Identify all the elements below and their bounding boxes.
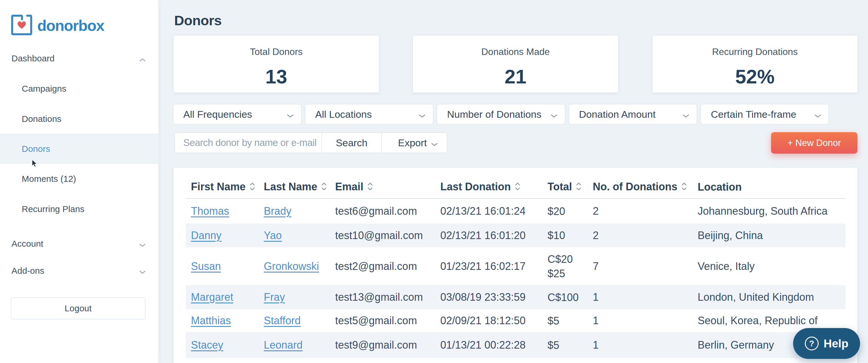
logout-button[interactable]: Logout — [11, 298, 146, 319]
chevron-down-icon — [814, 109, 821, 120]
stat-label: Recurring Donations — [712, 47, 798, 57]
stat-label: Donations Made — [481, 47, 550, 57]
donor-last-donation: 01/13/21 00:22:28 — [435, 332, 542, 358]
donor-email: test9@gmail.com — [330, 332, 435, 358]
donor-count: 2 — [587, 199, 692, 223]
stat-value: 52% — [735, 66, 775, 87]
column-header-total[interactable]: Total — [542, 168, 587, 199]
column-header-location[interactable]: Location — [692, 168, 845, 199]
sort-icon[interactable] — [681, 181, 687, 193]
search-bar: Search Export — [175, 132, 447, 153]
table-row: Susan Gronkowski test2@gmail.com 01/23/2… — [186, 247, 845, 285]
donorbox-donors-page: donorbox Dashboard Campaigns Donations D… — [0, 0, 868, 363]
chevron-down-icon — [287, 109, 293, 120]
donor-last-donation: 02/13/21 16:01:24 — [435, 199, 542, 223]
donor-last-donation: 02/13/21 16:01:20 — [435, 223, 542, 247]
export-button[interactable]: Export — [381, 133, 446, 153]
donors-table: First Name Last Name Email Last Donation… — [186, 168, 845, 358]
column-header-email[interactable]: Email — [330, 168, 435, 199]
donor-location: Venice, Italy — [692, 247, 845, 285]
donor-count: 2 — [587, 223, 692, 247]
donor-total: $10 — [542, 223, 587, 247]
donor-last-name-link[interactable]: Fray — [264, 291, 285, 303]
sidebar-item-moments[interactable]: Moments (12) — [0, 174, 159, 184]
logo-text: donorbox — [37, 17, 104, 34]
chevron-down-icon — [551, 109, 557, 120]
donor-email: test2@gmail.com — [330, 247, 435, 285]
stat-card-recurring-donations: Recurring Donations 52% — [652, 35, 858, 92]
sidebar-item-add-ons[interactable]: Add-ons — [0, 266, 159, 276]
donor-last-name-link[interactable]: Gronkowski — [264, 260, 319, 272]
donorbox-logo[interactable]: donorbox — [11, 15, 104, 36]
chevron-down-icon — [419, 109, 425, 120]
chevron-down-icon — [140, 239, 146, 249]
donor-location: Johannesburg, South Africa — [692, 199, 845, 223]
column-header-last-name[interactable]: Last Name — [258, 168, 330, 199]
search-input[interactable] — [175, 133, 322, 153]
sort-icon[interactable] — [576, 181, 582, 193]
table-row: Thomas Brady test6@gmail.com 02/13/21 16… — [186, 199, 845, 223]
filter-locations-select[interactable]: All Locations — [305, 104, 433, 124]
donor-last-donation: 03/08/19 23:33:59 — [435, 285, 542, 309]
donor-first-name-link[interactable]: Danny — [191, 230, 221, 241]
donor-last-name-link[interactable]: Stafford — [264, 314, 301, 327]
donor-total: $5 — [542, 332, 587, 358]
new-donor-button[interactable]: + New Donor — [771, 132, 858, 154]
donor-total: $20 — [542, 199, 587, 223]
donor-email: test10@gmail.com — [330, 223, 435, 247]
donor-email: test6@gmail.com — [330, 199, 435, 223]
sidebar-item-campaigns[interactable]: Campaigns — [0, 84, 159, 94]
column-header-last-donation[interactable]: Last Donation — [435, 168, 542, 199]
filter-frequencies-select[interactable]: All Frequencies — [173, 104, 301, 124]
donor-first-name-link[interactable]: Stacey — [191, 339, 223, 351]
sidebar-item-account[interactable]: Account — [0, 239, 159, 249]
stat-label: Total Donors — [250, 47, 303, 57]
chevron-down-icon — [683, 109, 689, 120]
donorbox-box-heart-icon — [11, 15, 32, 36]
main-content: Donors Total Donors 13 Donations Made 21… — [159, 0, 868, 363]
donor-total: C$100 — [542, 285, 587, 309]
donor-location: Beijing, China — [692, 223, 845, 247]
sidebar-item-dashboard[interactable]: Dashboard — [0, 54, 159, 63]
column-header-no-of-donations[interactable]: No. of Donations — [587, 168, 692, 199]
help-button[interactable]: ? Help — [793, 328, 860, 359]
sidebar-item-recurring-plans[interactable]: Recurring Plans — [0, 204, 159, 214]
donor-last-donation: 01/23/21 16:02:17 — [435, 247, 542, 285]
sidebar-item-donations[interactable]: Donations — [0, 114, 159, 124]
donor-last-name-link[interactable]: Brady — [264, 205, 291, 217]
sort-icon[interactable] — [367, 181, 373, 193]
chevron-up-icon — [140, 54, 146, 63]
question-mark-icon: ? — [805, 337, 819, 351]
filter-donation-amount-select[interactable]: Donation Amount — [569, 104, 697, 124]
sort-icon[interactable] — [321, 181, 327, 193]
table-header-row: First Name Last Name Email Last Donation… — [186, 168, 845, 199]
donor-email: test5@gmail.com — [330, 309, 435, 332]
sort-icon[interactable] — [249, 181, 255, 193]
donor-first-name-link[interactable]: Margaret — [191, 291, 233, 303]
sidebar-item-donors[interactable]: Donors — [0, 144, 159, 154]
donor-total: C$20 $25 — [542, 247, 587, 285]
stat-card-total-donors: Total Donors 13 — [174, 35, 379, 92]
filter-time-frame-select[interactable]: Certain Time-frame — [701, 104, 829, 124]
chevron-down-icon — [431, 137, 438, 149]
donor-first-name-link[interactable]: Matthias — [191, 314, 231, 327]
search-button[interactable]: Search — [322, 133, 381, 153]
page-title: Donors — [174, 12, 222, 29]
donor-count: 1 — [587, 285, 692, 309]
donor-first-name-link[interactable]: Thomas — [191, 205, 229, 217]
sidebar: donorbox Dashboard Campaigns Donations D… — [0, 0, 159, 363]
table-row: Margaret Fray test13@gmail.com 03/08/19 … — [186, 285, 845, 309]
donor-count: 1 — [587, 332, 692, 358]
stat-value: 13 — [265, 66, 287, 87]
donor-last-name-link[interactable]: Leonard — [264, 339, 303, 351]
donors-table-card: First Name Last Name Email Last Donation… — [174, 168, 858, 363]
column-header-first-name[interactable]: First Name — [186, 168, 258, 199]
donor-last-donation: 02/09/21 18:12:50 — [435, 309, 542, 332]
donor-last-name-link[interactable]: Yao — [264, 230, 282, 241]
filter-number-of-donations-select[interactable]: Number of Donations — [437, 104, 565, 124]
donor-first-name-link[interactable]: Susan — [191, 260, 221, 272]
sort-icon[interactable] — [515, 181, 521, 193]
table-row: Matthias Stafford test5@gmail.com 02/09/… — [186, 309, 845, 332]
donor-count: 1 — [587, 309, 692, 332]
table-row: Danny Yao test10@gmail.com 02/13/21 16:0… — [186, 223, 845, 247]
